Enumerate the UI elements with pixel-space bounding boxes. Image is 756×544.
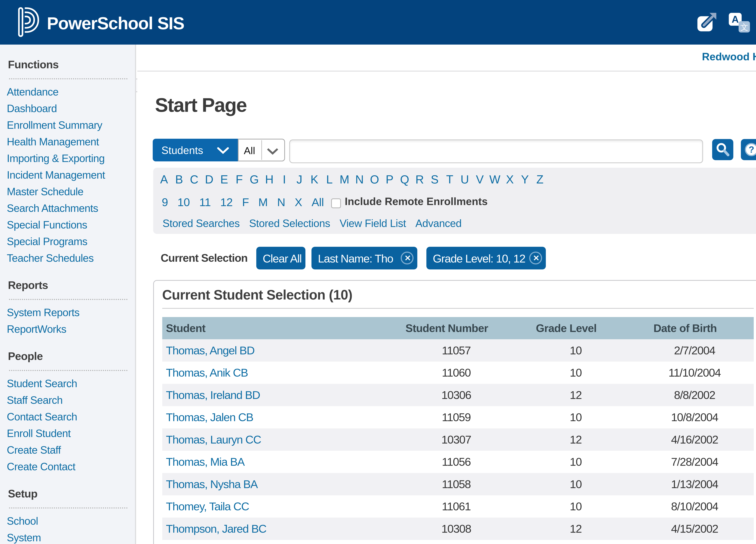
svg-text:?: ? <box>749 145 754 155</box>
svg-text:A: A <box>732 14 739 25</box>
svg-text:文: 文 <box>740 23 748 32</box>
